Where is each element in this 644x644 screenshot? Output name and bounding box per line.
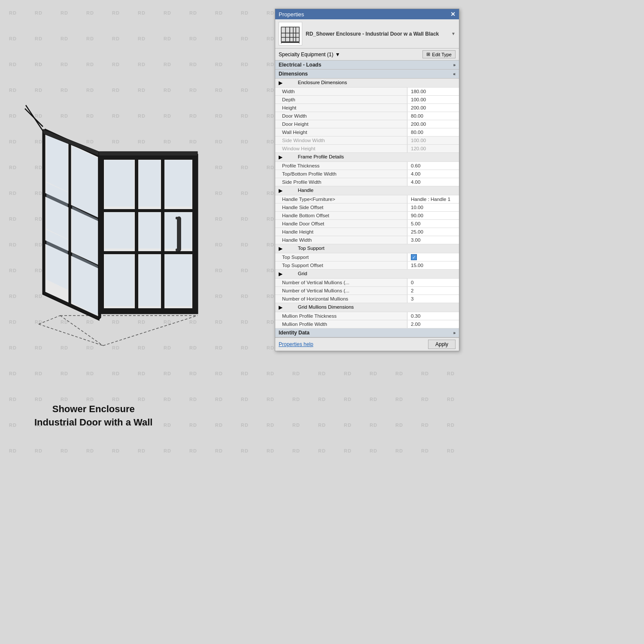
properties-help-link[interactable]: Properties help [279,341,313,347]
prop-row: Side Profile Width4.00 [275,178,459,186]
prop-row: Handle Door Offset5.00 [275,220,459,228]
prop-row: Wall Height80.00 [275,128,459,137]
svg-line-43 [25,109,43,127]
svg-rect-37 [99,152,197,156]
prop-value[interactable]: 0.30 [407,312,459,320]
svg-line-1 [103,316,197,346]
svg-rect-25 [161,155,164,313]
subsection-grid-arrow: ▶ [275,270,298,278]
prop-value[interactable]: 2.00 [407,320,459,328]
subsection-handle[interactable]: ▶ Handle [275,186,459,195]
subsection-grid[interactable]: ▶ Grid [275,270,459,279]
prop-value[interactable]: 5.00 [407,220,459,228]
prop-value[interactable]: 120.00 [407,145,459,152]
prop-value[interactable]: 3 [407,295,459,303]
top-support-properties: Top SupportTop Support Offset15.00 [275,253,459,270]
close-button[interactable]: ✕ [450,11,456,18]
subsection-enclosure-arrow: ▶ [275,79,298,87]
section-identity-label: Identity Data [279,330,310,336]
svg-marker-12 [69,141,71,306]
type-selector[interactable]: Specialty Equipment (1) ▼ [279,52,340,58]
prop-label: Top Support [275,253,407,261]
properties-panel: Properties ✕ RD_Shower Enclosure - [275,9,459,351]
prop-label: Top/Bottom Profile Width [275,170,407,178]
subsection-grid-mullions[interactable]: ▶ Grid Mullions Dimensions [275,303,459,312]
prop-value[interactable]: 25.00 [407,228,459,236]
section-dimensions[interactable]: Dimensions « [275,70,459,79]
prop-value[interactable]: 90.00 [407,212,459,219]
svg-line-4 [60,316,103,346]
prop-row: Profile Thickness0.60 [275,162,459,170]
subsection-top-support-label: Top Support [298,244,459,253]
subsection-enclosure-label: Enclosure Dimensions [298,79,459,87]
svg-line-2 [39,316,60,324]
subsection-grid-label: Grid [298,270,459,278]
section-identity[interactable]: Identity Data » [275,328,459,337]
properties-scroll-area[interactable]: Electrical - Loads » Dimensions « ▶ Encl… [275,61,459,337]
prop-label: Top Support Offset [275,261,407,269]
prop-row: Mullion Profile Thickness0.30 [275,312,459,320]
section-electrical[interactable]: Electrical - Loads » [275,61,459,70]
prop-value[interactable]: 200.00 [407,104,459,112]
prop-value[interactable]: 80.00 [407,112,459,120]
apply-button[interactable]: Apply [428,340,456,349]
prop-row: Number of Vertical Mullions (...2 [275,287,459,295]
header-dropdown-arrow[interactable]: ▼ [451,31,456,36]
svg-rect-34 [105,255,134,306]
type-selector-row: Specialty Equipment (1) ▼ ⊞ Edit Type [275,49,459,61]
svg-rect-35 [139,255,160,306]
subsection-top-support[interactable]: ▶ Top Support [275,244,459,253]
svg-rect-30 [165,160,191,207]
svg-rect-29 [139,160,160,207]
prop-row: Handle Type<Furniture>Handle : Handle 1 [275,195,459,204]
prop-row: Window Height120.00 [275,145,459,153]
subsection-enclosure[interactable]: ▶ Enclosure Dimensions [275,79,459,88]
prop-label: Handle Width [275,236,407,244]
prop-value[interactable] [407,253,459,261]
prop-value[interactable]: 3.00 [407,236,459,244]
prop-value[interactable]: 4.00 [407,170,459,178]
prop-label: Handle Door Offset [275,220,407,228]
prop-row: Top/Bottom Profile Width4.00 [275,170,459,178]
prop-value[interactable]: 10.00 [407,204,459,211]
prop-value[interactable]: 100.00 [407,96,459,103]
prop-row: Handle Width3.00 [275,236,459,244]
section-identity-collapse: » [453,331,456,335]
prop-value[interactable]: 2 [407,287,459,295]
prop-row: Handle Height25.00 [275,228,459,236]
panel-footer: Properties help Apply [275,337,459,351]
checkbox-checked[interactable] [411,254,417,260]
prop-row: Handle Side Offset10.00 [275,204,459,212]
prop-value[interactable]: 200.00 [407,120,459,128]
subsection-frame[interactable]: ▶ Frame Profile Details [275,153,459,162]
subsection-frame-arrow: ▶ [275,153,298,161]
prop-value[interactable]: 80.00 [407,128,459,136]
prop-label: Number of Vertical Mullions (... [275,287,407,295]
frame-properties: Profile Thickness0.60Top/Bottom Profile … [275,162,459,186]
prop-value[interactable]: 4.00 [407,178,459,186]
svg-rect-28 [105,160,134,207]
prop-value[interactable]: 0.60 [407,162,459,170]
prop-value[interactable]: Handle : Handle 1 [407,195,459,203]
drawing-caption: Shower Enclosure Industrial Door with a … [34,403,152,429]
subsection-grid-mullions-arrow: ▶ [275,303,298,312]
prop-label: Window Height [275,145,407,152]
prop-value[interactable]: 15.00 [407,261,459,269]
shower-drawing [17,34,232,356]
panel-title: Properties [279,11,304,18]
edit-type-button[interactable]: ⊞ Edit Type [422,50,456,58]
svg-rect-36 [165,255,191,306]
prop-value[interactable]: 180.00 [407,88,459,95]
type-dropdown-arrow[interactable]: ▼ [335,52,340,58]
type-selector-label: Specialty Equipment (1) [279,52,333,58]
prop-row: Door Height200.00 [275,120,459,128]
prop-label: Depth [275,96,407,103]
grid-mullion-properties: Mullion Profile Thickness0.30Mullion Pro… [275,312,459,328]
subsection-frame-label: Frame Profile Details [298,153,459,161]
prop-value[interactable]: 100.00 [407,137,459,144]
svg-rect-45 [290,27,299,42]
prop-label: Width [275,88,407,95]
prop-value[interactable]: 0 [407,279,459,286]
prop-row: Handle Bottom Offset90.00 [275,212,459,220]
section-dimensions-collapse: « [453,72,456,76]
